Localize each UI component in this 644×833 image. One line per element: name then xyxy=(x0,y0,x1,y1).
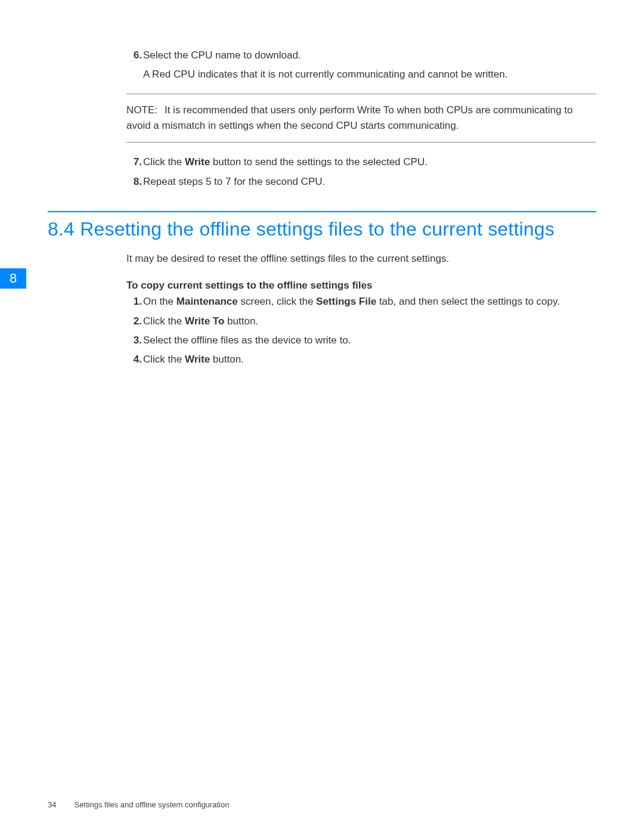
step-number: 2. xyxy=(126,314,142,329)
text-fragment: Click the xyxy=(143,156,185,168)
step-number: 1. xyxy=(126,294,142,309)
step-text: Select the CPU name to download. xyxy=(143,48,596,63)
page-footer: 34 Settings files and offline system con… xyxy=(48,800,596,809)
section-subheading: To copy current settings to the offline … xyxy=(48,280,596,292)
text-bold: Write To xyxy=(185,315,224,327)
step-number: 7. xyxy=(126,154,142,170)
step-text: Click the Write button to send the setti… xyxy=(143,154,596,170)
text-fragment: screen, click the xyxy=(238,296,316,307)
step-text: On the Maintenance screen, click the Set… xyxy=(143,294,596,309)
step-6: 6. Select the CPU name to download. xyxy=(48,48,596,63)
text-fragment: button to send the settings to the selec… xyxy=(210,156,428,168)
text-bold: Write xyxy=(185,156,210,168)
step-number: 8. xyxy=(126,174,142,190)
sec-step-4: 4. Click the Write button. xyxy=(48,352,596,367)
text-fragment: button. xyxy=(224,315,258,327)
step-text: Click the Write To button. xyxy=(143,314,596,329)
step-text: Click the Write button. xyxy=(143,352,596,367)
step-number: 3. xyxy=(126,333,142,348)
page-content: 6. Select the CPU name to download. A Re… xyxy=(0,0,644,368)
text-bold: Maintenance xyxy=(177,296,238,307)
sec-step-3: 3. Select the offline files as the devic… xyxy=(48,333,596,348)
note-block: NOTE:It is recommended that users only p… xyxy=(48,103,596,134)
note-label: NOTE: xyxy=(126,104,157,116)
page-number: 34 xyxy=(48,800,56,809)
divider-bottom xyxy=(126,142,596,143)
step-7: 7. Click the Write button to send the se… xyxy=(48,154,596,170)
footer-title: Settings files and offline system config… xyxy=(74,800,229,809)
note-text: It is recommended that users only perfor… xyxy=(126,104,572,131)
step-6-sub: A Red CPU indicates that it is not curre… xyxy=(48,67,596,82)
divider-top xyxy=(126,94,596,94)
section-rule xyxy=(48,211,596,212)
text-fragment: tab, and then select the settings to cop… xyxy=(376,296,560,307)
text-fragment: button. xyxy=(210,354,244,365)
section-intro: It may be desired to reset the offline s… xyxy=(48,251,596,267)
text-fragment: On the xyxy=(143,296,177,307)
sec-step-1: 1. On the Maintenance screen, click the … xyxy=(48,294,596,309)
chapter-tab: 8 xyxy=(0,268,26,289)
text-bold: Write xyxy=(185,354,210,365)
step-8: 8. Repeat steps 5 to 7 for the second CP… xyxy=(48,174,596,190)
step-number: 6. xyxy=(126,48,142,63)
section-heading: 8.4 Resetting the offline settings files… xyxy=(48,218,596,240)
step-text: Repeat steps 5 to 7 for the second CPU. xyxy=(143,174,596,190)
text-fragment: Click the xyxy=(143,315,185,327)
sec-step-2: 2. Click the Write To button. xyxy=(48,314,596,329)
step-text: Select the offline files as the device t… xyxy=(143,333,596,348)
step-number: 4. xyxy=(126,352,142,367)
text-bold: Settings File xyxy=(316,296,376,307)
text-fragment: Click the xyxy=(143,354,185,365)
